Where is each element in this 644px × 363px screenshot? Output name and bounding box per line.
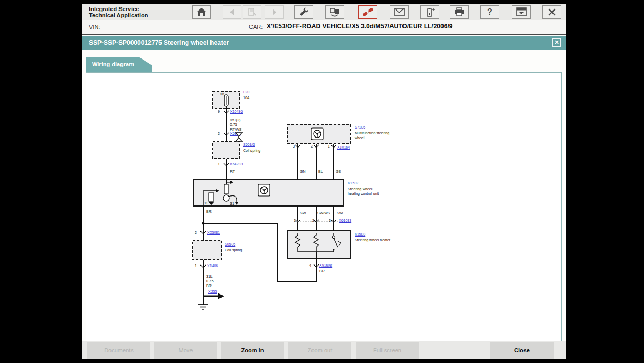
link-x1406[interactable]: X1406 [207, 264, 218, 268]
link-coil-spring-upper[interactable]: S503/3 [243, 143, 255, 147]
close-button[interactable]: Close [490, 342, 554, 359]
control-ground-pin: 11 [204, 201, 208, 205]
vin-label: VIN: [89, 24, 100, 30]
move-button: Move [154, 342, 217, 359]
fuse-link[interactable]: F20 [243, 90, 249, 94]
mfl-pin-3: 3 [293, 144, 295, 149]
workshop-system-button[interactable] [325, 5, 344, 19]
close-document-button[interactable]: ✕ [552, 38, 561, 47]
link-x64233[interactable]: X64233 [230, 162, 243, 166]
wire-ge: GE [336, 170, 341, 174]
wiring-diagram-panel: 16 F20 10A 9 X10486 15+(2) 0.75 RT/WS 2 … [86, 72, 562, 341]
control-unit-label-2: heating control unit [348, 192, 379, 196]
multifunction-steering-wheel-box [287, 124, 350, 144]
link-x61033[interactable]: X61033 [339, 219, 351, 223]
control-unit-box [194, 180, 344, 206]
session-documents-button [243, 5, 261, 19]
terminal-31: 31 [230, 202, 234, 206]
question-mark-icon: ? [487, 7, 492, 17]
mfl-label-2: wheel [355, 136, 364, 140]
home-icon [196, 7, 207, 17]
link-control-unit[interactable]: K1592 [348, 181, 358, 185]
broken-connection-icon [362, 7, 374, 17]
desktop: { "header": { "title_line1": "Integrated… [0, 0, 644, 363]
document-title-bar: SSP-SSP-SP0000012775 Steering wheel heat… [82, 36, 566, 50]
tools-button[interactable] [294, 5, 313, 19]
control-unit-label-1: Steering wheel [348, 187, 372, 191]
out-pin-3: 3 [329, 219, 331, 223]
car-label: CAR: [249, 24, 263, 30]
link-x10486[interactable]: X10486 [230, 110, 243, 114]
mfl-label-1: Multifunction steering [355, 131, 389, 135]
wrench-icon [298, 7, 309, 17]
pin-x1406: 1 [195, 264, 197, 268]
close-app-button[interactable] [542, 5, 561, 19]
ground-circuit: 31L [206, 274, 213, 279]
help-button[interactable]: ? [480, 5, 499, 19]
footer-button-bar: Documents Move Zoom in Zoom out Full scr… [82, 341, 566, 359]
wire-circuit: 15+(2) [230, 118, 240, 122]
document-pencil-icon [247, 7, 257, 17]
documents-button: Documents [87, 342, 150, 359]
link-x10164[interactable]: X10164 [337, 145, 350, 150]
envelope-icon [394, 8, 405, 16]
forward-arrow-icon [270, 8, 278, 16]
main-toolbar: Integrated Service Technical Application [82, 4, 566, 21]
out-pin-1: 1 [294, 219, 296, 223]
dual-display-icon [329, 7, 340, 17]
wire-color-rt: RT [230, 170, 235, 174]
link-x05081[interactable]: X05081 [207, 231, 220, 235]
wire-sw-2: SW [337, 211, 343, 215]
tab-wiring-diagram[interactable]: Wiring diagram [86, 57, 152, 72]
messages-button[interactable] [390, 5, 409, 19]
wire-br-heater: BR [319, 269, 325, 273]
mfl-id[interactable]: S7105 [355, 125, 365, 130]
pin-x05081: 2 [195, 231, 197, 235]
out-pin-2: 2 [312, 219, 314, 223]
vehicle-info-bar: VIN: CAR: X'/E53/OFF-ROAD VEHICLE/X5 3.0… [82, 20, 566, 35]
printer-icon [454, 7, 465, 17]
pin-x64233: 1 [218, 162, 220, 166]
ground-gauge: 0.75 [206, 279, 214, 283]
wire-br-left: BR [206, 210, 212, 214]
pin-x5832: 2 [218, 132, 220, 136]
back-arrow-icon [228, 8, 236, 16]
car-value: X'/E53/OFF-ROAD VEHICLE/X5 3.0d/M57/AUTO… [267, 23, 452, 30]
link-x91608[interactable]: X91608 [319, 263, 332, 268]
zoom-in-button[interactable]: Zoom in [221, 342, 284, 359]
fuse-pin: 16 [220, 92, 224, 96]
print-button[interactable] [450, 5, 469, 19]
forward-button [265, 5, 284, 19]
coil-spring-upper-box [213, 142, 240, 159]
wire-sw-ws: SW/WS [317, 211, 330, 215]
coil-spring-lower-box [193, 240, 222, 260]
link-coil-spring-lower[interactable]: S0505 [225, 242, 235, 247]
heater-pin: 4 [309, 263, 311, 268]
mfl-pin-2: 2 [311, 144, 313, 149]
link-x255[interactable]: X255 [208, 290, 217, 294]
coil-spring-lower-label: Coil spring [225, 248, 242, 252]
pin-x10486: 9 [218, 110, 220, 114]
battery-icon [425, 7, 435, 17]
mfl-pin-1: 1 [328, 144, 330, 149]
wire-sw-1: SW [300, 211, 306, 215]
minimize-window-button[interactable] [512, 5, 531, 19]
battery-button[interactable] [420, 5, 439, 19]
wire-gauge: 0.75 [230, 123, 237, 127]
heater-label: Steering wheel heater [355, 238, 390, 242]
connection-status-button[interactable] [358, 5, 377, 19]
full-screen-button: Full screen [356, 342, 419, 359]
wire-gn: GN [300, 170, 306, 174]
fuse-box [213, 91, 240, 109]
heater-box [287, 231, 350, 259]
ground-wire-color: BR [206, 284, 212, 288]
ista-window: Integrated Service Technical Application [82, 4, 566, 359]
link-heater[interactable]: K1583 [355, 232, 365, 237]
close-x-icon [548, 8, 556, 16]
home-button[interactable] [192, 5, 211, 19]
zoom-out-button: Zoom out [288, 342, 351, 359]
app-title: Integrated Service Technical Application [89, 6, 148, 18]
wire-bl: BL [318, 170, 323, 174]
fuse-rating: 10A [243, 96, 249, 100]
back-button [223, 5, 242, 19]
